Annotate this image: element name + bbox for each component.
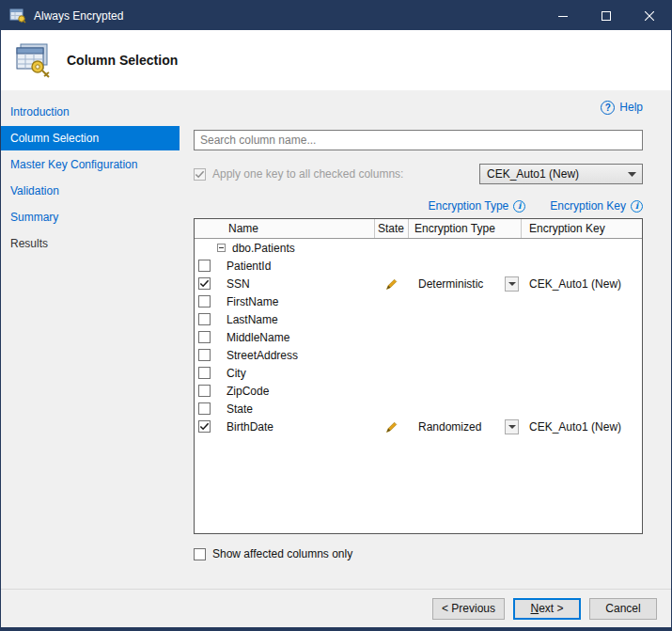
app-icon [9,8,26,24]
column-name-label: LastName [227,313,278,326]
row-checkbox[interactable] [198,420,211,433]
always-encrypted-window: Always Encrypted [0,0,672,631]
table-row[interactable]: SSN Deterministic CEK_Auto1 (New) [195,275,642,292]
table-header: Name State Encryption Type Encryption Ke… [195,219,642,239]
state-cell [375,313,409,326]
table-row[interactable]: FirstName [195,292,642,310]
row-checkbox[interactable] [198,277,211,290]
row-checkbox[interactable] [198,260,211,272]
state-cell [375,277,409,291]
sidebar-item-summary[interactable]: Summary [1,205,180,229]
encryption-type-dropdown[interactable] [505,276,519,292]
header-state: State [375,219,409,238]
header-encryption-type: Encryption Type [409,219,522,238]
encryption-type-info-icon[interactable] [513,200,525,213]
name-cell: SSN [195,277,375,291]
encryption-type-cell: Deterministic [409,276,522,292]
row-checkbox[interactable] [198,385,211,397]
edit-pencil-icon [385,277,399,291]
table-row[interactable]: StreetAddress [195,346,642,364]
state-cell [375,295,409,308]
sidebar-item-validation[interactable]: Validation [1,179,180,203]
name-cell: StreetAddress [195,349,375,362]
column-name-label: FirstName [227,295,278,308]
help-icon [601,101,615,115]
apply-key-row: Apply one key to all checked columns: CE… [194,164,643,184]
row-checkbox[interactable] [198,295,211,308]
column-name-label: City [227,367,246,380]
column-name-label: State [227,402,253,416]
name-cell: MiddleName [195,331,375,344]
minimize-button[interactable] [541,1,585,30]
encryption-type-cell [409,330,522,345]
row-checkbox[interactable] [198,349,211,361]
state-cell [375,420,409,434]
encryption-type-cell [409,366,522,381]
column-name-label: MiddleName [227,331,289,344]
header-encryption-key: Encryption Key [522,219,642,238]
wizard-steps-sidebar: Introduction Column Selection Master Key… [1,90,180,589]
encryption-type-dropdown[interactable] [505,419,519,434]
name-cell: PatientId [195,260,375,273]
maximize-button[interactable] [585,1,628,30]
name-cell: ZipCode [195,385,375,398]
encryption-type-cell [409,348,522,363]
cancel-button[interactable]: Cancel [589,598,657,620]
state-cell [375,385,409,398]
show-affected-checkbox[interactable] [194,548,206,560]
encryption-type-cell [409,259,522,274]
wizard-header: Column Selection [1,30,671,90]
cek-key-dropdown[interactable]: CEK_Auto1 (New) [479,164,643,184]
encryption-type-value: Deterministic [418,277,483,291]
table-row[interactable]: State [195,400,642,418]
apply-key-label: Apply one key to all checked columns: [212,167,403,181]
show-affected-label: Show affected columns only [212,547,352,560]
wizard-footer: < Previous Next > Cancel [1,589,671,627]
row-checkbox[interactable] [198,402,211,415]
wizard-body: Introduction Column Selection Master Key… [1,90,671,589]
edit-pencil-icon [385,420,399,434]
column-selection-panel: Help Apply one key to all checked column… [180,90,671,589]
encryption-type-link-group: Encryption Type [428,199,525,213]
table-row[interactable]: BirthDate Randomized CEK_Auto1 (New) [195,418,642,435]
sidebar-item-introduction[interactable]: Introduction [1,100,180,124]
column-name-label: ZipCode [227,385,269,398]
state-cell [375,367,409,380]
name-cell: BirthDate [195,420,375,434]
table-row[interactable]: City [195,364,642,382]
search-column-input[interactable] [194,130,643,150]
table-row[interactable]: MiddleName [195,328,642,346]
encryption-type-value: Randomized [418,420,481,434]
table-row[interactable]: LastName [195,310,642,328]
table-row[interactable]: PatientId [195,257,642,275]
encryption-key-link[interactable]: Encryption Key [550,199,626,213]
encryption-key-link-group: Encryption Key [550,199,643,213]
collapse-expander-icon[interactable] [217,244,226,252]
next-button[interactable]: Next > [513,598,581,620]
header-name: Name [195,219,375,238]
row-checkbox[interactable] [198,331,211,343]
encryption-type-cell: Randomized [409,419,522,434]
encryption-type-link[interactable]: Encryption Type [428,199,508,213]
help-row: Help [194,100,643,115]
encryption-key-info-icon[interactable] [631,200,643,213]
row-checkbox[interactable] [198,313,211,325]
column-name-label: PatientId [227,260,271,273]
help-link[interactable]: Help [619,101,643,114]
cek-key-value: CEK_Auto1 (New) [487,167,579,181]
encryption-key-cell: CEK_Auto1 (New) [522,420,642,434]
always-encrypted-table-key-icon [13,41,53,79]
sidebar-item-master-key-configuration[interactable]: Master Key Configuration [1,152,180,177]
table-group-row: dbo.Patients [195,239,642,257]
encryption-key-cell: CEK_Auto1 (New) [522,277,642,291]
name-cell: LastName [195,313,375,326]
table-row[interactable]: ZipCode [195,382,642,400]
close-button[interactable] [628,1,671,30]
state-cell [375,331,409,344]
sidebar-item-column-selection[interactable]: Column Selection [1,126,180,150]
name-cell: FirstName [195,295,375,308]
row-checkbox[interactable] [198,367,211,379]
previous-button[interactable]: < Previous [432,598,505,620]
encryption-key-value: CEK_Auto1 (New) [529,277,621,291]
page-title: Column Selection [67,53,178,68]
